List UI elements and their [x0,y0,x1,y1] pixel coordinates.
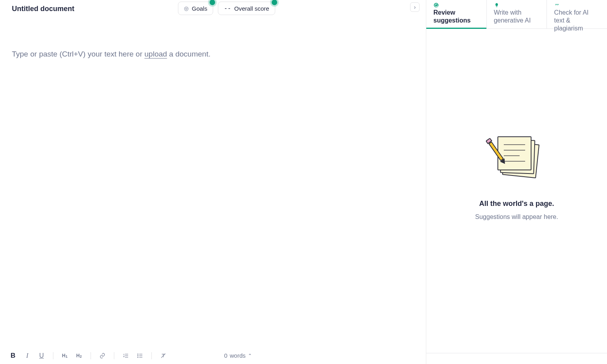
suggestions-empty-state: All the world's a page. Suggestions will… [426,29,607,353]
pulse-dot-icon [210,0,215,5]
svg-point-6 [138,354,138,355]
word-count[interactable]: 0 words ⌃ [224,352,418,359]
goals-button[interactable]: ◎ Goals [178,2,213,15]
quote-icon [554,2,560,8]
side-panel-footer [426,353,607,364]
top-controls: ◎ Goals -- Overall score [178,2,275,15]
clear-formatting-icon [160,353,166,359]
editor-column: Untitled document ◎ Goals -- Overall sco… [0,0,426,364]
target-icon: ◎ [184,5,189,11]
tab-review-suggestions[interactable]: Review suggestions [426,0,487,28]
link-button[interactable] [97,351,108,361]
editor-area[interactable]: Type or paste (Ctrl+V) your text here or… [0,17,426,347]
grammarly-icon [433,2,439,8]
tab-label: Check for AI text & plagiarism [554,9,600,32]
document-title[interactable]: Untitled document [12,5,74,13]
toolbar-separator [91,352,91,359]
goals-label: Goals [192,5,207,12]
empty-state-title: All the world's a page. [479,200,554,208]
score-value: -- [224,5,231,12]
numbered-list-icon [123,353,129,359]
heading2-button[interactable]: H2 [74,351,84,361]
score-label: Overall score [234,5,269,12]
toolbar-separator [53,352,53,359]
underline-button[interactable]: U [36,351,47,361]
svg-point-7 [138,355,138,356]
bold-button[interactable]: B [8,351,18,361]
tab-label: Review suggestions [433,9,479,25]
link-icon [99,353,106,359]
clear-formatting-button[interactable] [158,351,168,361]
svg-rect-11 [496,7,497,7]
bulleted-list-button[interactable] [135,351,145,361]
h2-sub: 2 [80,355,82,358]
editor-placeholder: Type or paste (Ctrl+V) your text here or… [12,50,414,58]
h2-letter: H [76,353,80,358]
numbered-list-button[interactable] [121,351,131,361]
side-tabs: Review suggestions Write with generative… [426,0,607,29]
chevron-right-icon: › [414,4,416,10]
collapse-sidebar-button[interactable]: › [410,2,420,12]
lightbulb-icon [494,2,499,8]
top-bar: Untitled document ◎ Goals -- Overall sco… [0,0,426,17]
overall-score-button[interactable]: -- Overall score [218,2,275,15]
word-count-value: 0 [224,352,227,359]
bulleted-list-icon [137,353,143,359]
side-panel: Review suggestions Write with generative… [426,0,607,364]
italic-button[interactable]: I [22,351,32,361]
empty-state-subtitle: Suggestions will appear here. [475,213,558,221]
svg-point-8 [138,357,138,358]
tab-check-plagiarism[interactable]: Check for AI text & plagiarism [547,0,607,28]
chevron-up-icon: ⌃ [248,353,252,358]
toolbar-separator [151,352,152,359]
tab-label: Write with generative AI [494,9,540,25]
upload-link[interactable]: upload [144,50,167,58]
notepad-illustration [495,138,539,177]
toolbar-separator [114,352,114,359]
placeholder-text-after: a document. [167,50,210,58]
pulse-dot-icon [272,0,277,5]
h1-sub: 1 [66,355,68,358]
formatting-toolbar: B I U H1 H2 0 words ⌃ [0,347,426,364]
word-count-label: words [230,352,246,359]
placeholder-text-before: Type or paste (Ctrl+V) your text here or [12,50,144,58]
tab-write-generative-ai[interactable]: Write with generative AI [487,0,547,28]
h1-letter: H [62,353,66,358]
heading1-button[interactable]: H1 [60,351,70,361]
